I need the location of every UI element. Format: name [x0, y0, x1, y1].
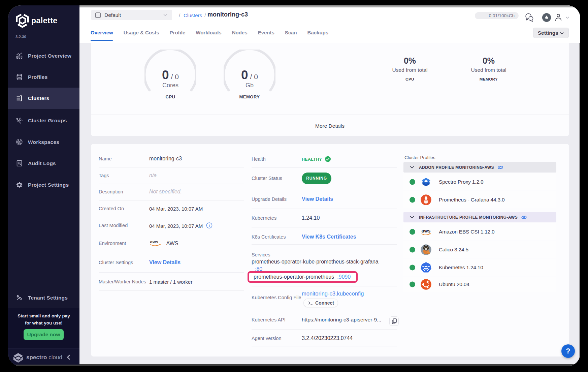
svg-text:aws: aws [150, 239, 158, 244]
svg-text:aws: aws [422, 228, 431, 233]
